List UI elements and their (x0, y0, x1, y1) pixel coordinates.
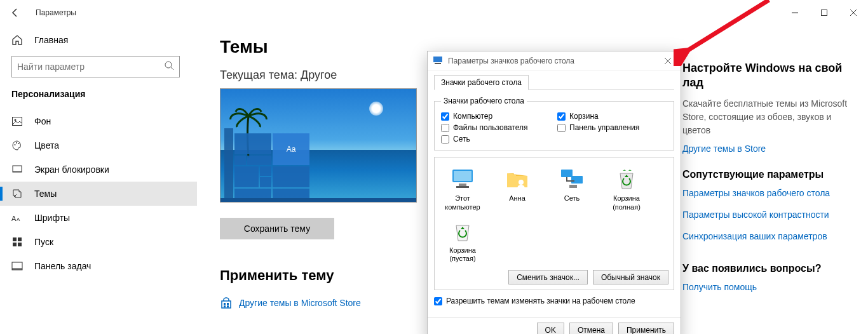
icon-user[interactable]: Анна (494, 165, 540, 212)
svg-rect-24 (227, 305, 229, 307)
home-icon (11, 34, 23, 46)
svg-rect-23 (224, 305, 226, 307)
folder-user-icon (504, 165, 531, 192)
maximize-button[interactable] (810, 3, 839, 23)
check-network[interactable]: Сеть (441, 135, 551, 144)
svg-rect-33 (456, 186, 469, 188)
lockscreen-icon (11, 164, 23, 175)
sidebar-item-taskbar[interactable]: Панель задач (0, 254, 197, 278)
svg-point-9 (16, 142, 17, 144)
dialog-tabstrip: Значки рабочего стола (434, 74, 674, 90)
cancel-button[interactable]: Отмена (569, 323, 613, 334)
svg-rect-1 (822, 10, 827, 16)
svg-rect-15 (13, 237, 17, 241)
check-network-input[interactable] (441, 135, 449, 144)
back-button[interactable] (5, 3, 25, 23)
close-button[interactable] (839, 3, 868, 23)
ok-button[interactable]: OK (537, 323, 564, 334)
palette-icon (11, 140, 23, 151)
network-icon (559, 165, 585, 192)
check-recycle[interactable]: Корзина (557, 112, 667, 121)
dialog-tab-icons[interactable]: Значки рабочего стола (434, 75, 529, 90)
svg-rect-32 (459, 184, 466, 186)
sidebar-item-colors[interactable]: Цвета (0, 133, 197, 157)
recycle-empty-icon (449, 217, 476, 244)
svg-point-7 (15, 119, 17, 121)
tile-aa: Aa (273, 133, 309, 165)
rail-store-link[interactable]: Другие темы в Store (682, 144, 855, 154)
group-legend: Значки рабочего стола (441, 97, 527, 105)
search-input[interactable] (17, 62, 157, 72)
rail-link-high-contrast[interactable]: Параметры высокой контрастности (682, 210, 855, 220)
dialog-title: Параметры значков рабочего стола (448, 57, 574, 65)
svg-rect-6 (13, 117, 22, 126)
sidebar-item-label: Темы (34, 189, 57, 199)
sidebar-home[interactable]: Главная (0, 30, 197, 50)
svg-text:A: A (11, 215, 17, 222)
sidebar-item-background[interactable]: Фон (0, 109, 197, 133)
recycle-full-icon (613, 165, 640, 192)
titlebar: Параметры (0, 0, 868, 25)
fonts-icon: AA (11, 212, 23, 224)
svg-point-10 (18, 143, 20, 144)
check-userfiles[interactable]: Файлы пользователя (441, 123, 551, 132)
dialog-close-button[interactable] (659, 54, 677, 68)
desktop-icons-group: Значки рабочего стола Компьютер Корзина … (434, 97, 674, 150)
right-rail: Настройте Windows на свой лад Скачайте б… (682, 25, 868, 334)
save-theme-button[interactable]: Сохранить тему (220, 218, 334, 239)
store-icon (220, 297, 233, 309)
rail-customize-text: Скачайте бесплатные темы из Microsoft St… (682, 97, 855, 137)
svg-line-5 (171, 67, 173, 70)
check-recycle-input[interactable] (557, 112, 566, 121)
sidebar-item-label: Цвета (34, 140, 59, 150)
sidebar-home-label: Главная (34, 35, 68, 45)
rail-help-link[interactable]: Получить помощь (682, 282, 855, 292)
themes-icon (11, 188, 23, 199)
search-icon (164, 60, 174, 73)
default-icon-button[interactable]: Обычный значок (593, 270, 668, 284)
sidebar-item-label: Пуск (34, 237, 53, 247)
minimize-button[interactable] (780, 3, 810, 23)
svg-point-8 (15, 144, 16, 145)
sidebar-item-label: Фон (34, 116, 51, 126)
check-controlpanel[interactable]: Панель управления (557, 123, 667, 132)
svg-rect-21 (224, 303, 226, 305)
rail-link-desktop-icons[interactable]: Параметры значков рабочего стола (682, 188, 855, 198)
svg-rect-22 (227, 303, 229, 305)
check-computer[interactable]: Компьютер (441, 112, 551, 121)
check-controlpanel-input[interactable] (557, 124, 566, 132)
check-computer-input[interactable] (441, 112, 449, 121)
dialog-icon (433, 55, 443, 67)
icon-network[interactable]: Сеть (549, 165, 595, 212)
allow-themes-input[interactable] (434, 297, 442, 305)
dialog-titlebar: Параметры значков рабочего стола (428, 51, 681, 70)
svg-point-4 (165, 62, 172, 68)
svg-rect-17 (13, 243, 17, 246)
search-box[interactable] (11, 56, 180, 77)
icon-recycle-full[interactable]: Корзина (полная) (604, 165, 649, 212)
icon-preview-box: Этот компьютер Анна Сеть Корзина (полная… (434, 157, 674, 290)
sidebar-item-fonts[interactable]: AA Шрифты (0, 206, 197, 230)
apply-button[interactable]: Применить (618, 323, 674, 334)
icon-recycle-empty[interactable]: Корзина (пустая) (440, 217, 485, 264)
sidebar: Главная Персонализация Фон Цвета Экран б… (0, 25, 197, 334)
sidebar-item-lockscreen[interactable]: Экран блокировки (0, 157, 197, 182)
rail-help-heading: У вас появились вопросы? (682, 263, 855, 274)
sidebar-item-label: Шрифты (34, 213, 70, 223)
store-themes-link-text[interactable]: Другие темы в Microsoft Store (239, 298, 361, 308)
rail-customize-heading: Настройте Windows на свой лад (682, 61, 855, 91)
theme-preview[interactable]: Aa (220, 88, 417, 203)
sidebar-item-themes[interactable]: Темы (0, 182, 197, 206)
allow-themes-check[interactable]: Разрешить темам изменять значки на рабоч… (434, 297, 674, 305)
desktop-icons-dialog: Параметры значков рабочего стола Значки … (427, 51, 681, 334)
taskbar-icon (11, 260, 23, 272)
svg-rect-16 (18, 237, 22, 241)
change-icon-button[interactable]: Сменить значок... (508, 270, 588, 284)
rail-related-heading: Сопутствующие параметры (682, 169, 855, 180)
sidebar-item-start[interactable]: Пуск (0, 230, 197, 254)
rail-link-sync[interactable]: Синхронизация ваших параметров (682, 231, 855, 241)
icon-this-pc[interactable]: Этот компьютер (440, 165, 485, 212)
sidebar-item-label: Экран блокировки (34, 164, 109, 175)
sidebar-category: Персонализация (0, 86, 197, 109)
check-userfiles-input[interactable] (441, 124, 449, 132)
